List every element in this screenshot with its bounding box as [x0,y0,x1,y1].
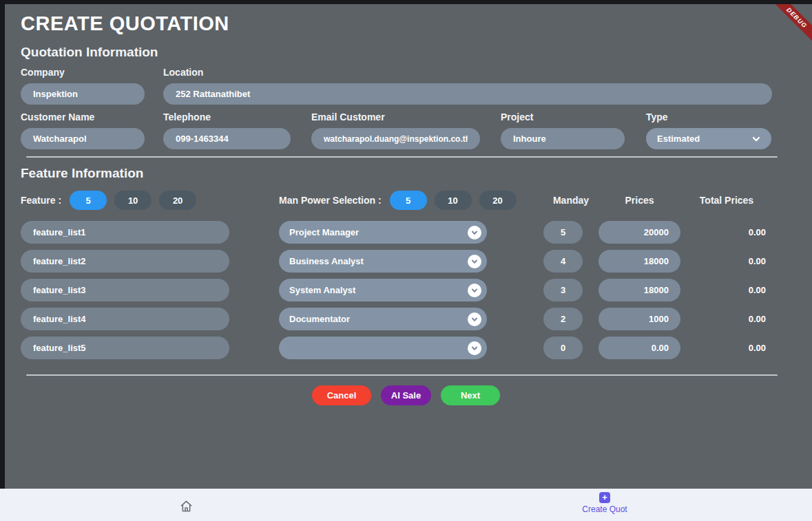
type-select-value: Estimated [657,134,700,144]
customer-name-label: Customer Name [21,111,145,123]
type-select[interactable]: Estimated [646,128,771,149]
total-price-5: 0.00 [680,343,773,353]
home-icon [180,500,193,513]
telephone-label: Telephone [163,111,291,123]
feature-row-5: 0.00 [21,337,812,359]
role-select-3-value: System Analyst [289,285,355,295]
chevron-down-circle-icon [468,284,481,297]
quotation-form-row-2: Customer Name Telephone Email Customer P… [21,111,812,149]
section-divider [26,156,778,158]
total-price-4: 0.00 [680,314,773,324]
feature-input-2[interactable] [21,250,229,273]
next-button[interactable]: Next [441,385,500,405]
manpower-count-chip-10[interactable]: 10 [435,191,472,210]
price-input-1[interactable] [598,221,680,244]
company-label: Company [21,67,145,78]
role-select-2-value: Business Analyst [289,256,364,266]
ai-sale-button[interactable]: AI Sale [381,385,431,405]
manday-input-3[interactable] [543,279,583,301]
chevron-down-icon [752,135,760,143]
chevron-down-circle-icon [468,312,481,326]
actions-divider [26,374,778,376]
feature-row-3: System Analyst 0.00 [21,279,812,301]
role-select-2[interactable]: Business Analyst [279,250,487,273]
total-prices-column-header: Total Prices [680,195,773,206]
location-label: Location [163,67,772,78]
manpower-count-chip-5[interactable]: 5 [390,191,427,210]
plus-icon: + [599,492,610,503]
page-title: CREATE QUOTATION [21,12,812,35]
price-input-5[interactable] [598,337,680,359]
feature-selector-label: Feature : [21,195,61,206]
manday-input-5[interactable] [543,337,583,359]
total-price-2: 0.00 [680,256,773,266]
price-input-2[interactable] [598,250,680,273]
role-select-1[interactable]: Project Manager [279,221,487,244]
manday-input-1[interactable] [543,221,583,244]
email-customer-label: Email Customer [311,111,480,123]
nav-create-quot-button[interactable]: + Create Quot [577,492,632,514]
email-customer-field[interactable] [311,128,480,149]
chevron-down-circle-icon [468,226,481,240]
manday-column-header: Manday [543,195,598,206]
feature-information-heading: Feature Information [21,166,812,181]
chevron-down-circle-icon [468,255,481,268]
feature-count-chip-20[interactable]: 20 [159,191,196,210]
quotation-information-heading: Quotation Information [21,45,812,60]
telephone-field[interactable] [163,128,291,149]
prices-column-header: Prices [598,195,680,206]
feature-count-chip-10[interactable]: 10 [114,191,152,210]
feature-row-4: Documentator 0.00 [21,308,812,330]
cancel-button[interactable]: Cancel [312,385,371,405]
create-quotation-page: CREATE QUOTATION Quotation Information C… [5,4,812,521]
feature-selector-row: Feature : 5 10 20 Man Power Selection : … [21,191,812,210]
chevron-down-circle-icon [468,341,481,355]
quotation-form-row-1: Company Location [21,67,812,105]
action-buttons: Cancel AI Sale Next [21,385,812,405]
feature-input-1[interactable] [21,221,229,244]
role-select-3[interactable]: System Analyst [279,279,487,301]
total-price-1: 0.00 [680,227,773,237]
location-field[interactable] [163,83,772,105]
feature-count-chip-5[interactable]: 5 [70,191,107,210]
role-select-5[interactable] [279,337,487,359]
company-field[interactable] [21,83,145,105]
type-label: Type [646,111,771,123]
manday-input-4[interactable] [543,308,583,330]
nav-create-quot-label: Create Quot [577,504,632,514]
bottom-nav-bar: + Create Quot [0,489,812,521]
manpower-count-chip-20[interactable]: 20 [479,191,517,210]
feature-row-1: Project Manager 0.00 [21,221,812,244]
role-select-1-value: Project Manager [289,227,359,237]
project-field[interactable] [501,128,625,149]
role-select-4-value: Documentator [289,314,350,324]
price-input-4[interactable] [598,308,680,330]
role-select-4[interactable]: Documentator [279,308,487,330]
total-price-3: 0.00 [680,285,773,295]
manday-input-2[interactable] [543,250,583,273]
feature-input-4[interactable] [21,308,229,330]
manpower-selector-label: Man Power Selection : [279,195,382,206]
feature-row-2: Business Analyst 0.00 [21,250,812,273]
nav-home-button[interactable] [174,494,198,518]
customer-name-field[interactable] [21,128,145,149]
price-input-3[interactable] [598,279,680,301]
feature-input-3[interactable] [21,279,229,301]
project-label: Project [501,111,625,123]
feature-input-5[interactable] [21,337,229,359]
